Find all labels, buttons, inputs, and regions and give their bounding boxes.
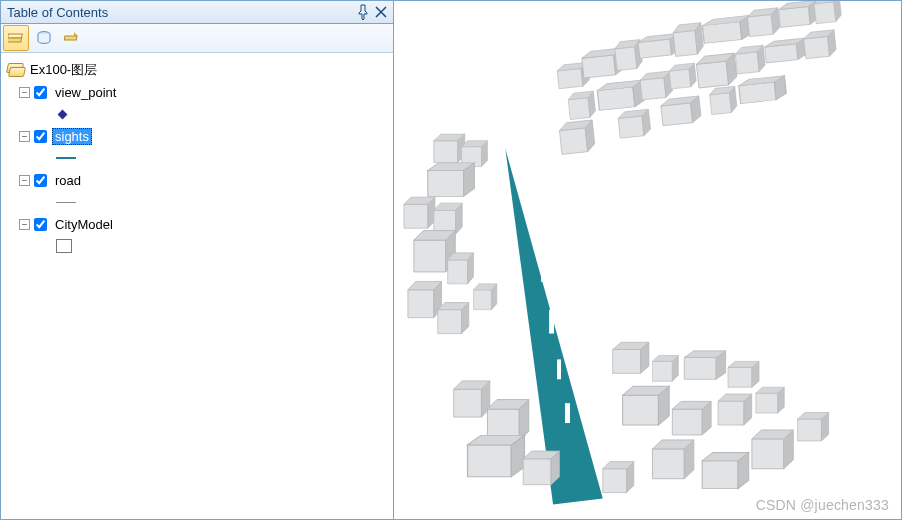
- layer-row[interactable]: − CityModel: [5, 213, 389, 235]
- scene-3d: [394, 1, 901, 519]
- svg-rect-8: [533, 220, 538, 238]
- layer-label[interactable]: sights: [52, 128, 92, 145]
- layer-row[interactable]: − sights: [5, 125, 389, 147]
- group-row[interactable]: Ex100-图层: [5, 59, 389, 81]
- map-view[interactable]: CSDN @juechen333: [394, 1, 901, 519]
- toc-panel: Table of Contents Ex100-图层: [1, 1, 394, 519]
- symbol-row: [5, 103, 389, 125]
- layer-label[interactable]: CityModel: [52, 216, 116, 233]
- point-symbol-icon: [58, 109, 68, 119]
- layer-row[interactable]: − road: [5, 169, 389, 191]
- collapse-icon[interactable]: −: [19, 175, 30, 186]
- layer-label[interactable]: road: [52, 172, 84, 189]
- symbol-row: [5, 147, 389, 169]
- layer-checkbox[interactable]: [34, 218, 47, 231]
- pin-icon[interactable]: [355, 4, 371, 20]
- collapse-icon[interactable]: −: [19, 87, 30, 98]
- list-by-drawing-order-button[interactable]: [3, 25, 29, 51]
- group-label[interactable]: Ex100-图层: [27, 60, 100, 80]
- layer-tree[interactable]: Ex100-图层 − view_point − sights: [1, 53, 393, 519]
- symbol-row: [5, 235, 389, 257]
- collapse-icon[interactable]: −: [19, 131, 30, 142]
- svg-rect-3: [64, 36, 77, 40]
- svg-rect-11: [557, 359, 561, 379]
- app-window: Table of Contents Ex100-图层: [0, 0, 902, 520]
- svg-rect-9: [541, 260, 545, 282]
- layer-checkbox[interactable]: [34, 130, 47, 143]
- layer-checkbox[interactable]: [34, 174, 47, 187]
- symbol-row: [5, 191, 389, 213]
- svg-rect-10: [549, 310, 554, 334]
- line-symbol-icon: [56, 202, 76, 203]
- close-icon[interactable]: [373, 4, 389, 20]
- layer-label[interactable]: view_point: [52, 84, 119, 101]
- toc-toolbar: [1, 24, 393, 53]
- svg-rect-1: [8, 38, 22, 42]
- svg-rect-12: [565, 403, 570, 423]
- group-layers-icon: [7, 63, 23, 77]
- toc-header: Table of Contents: [1, 1, 393, 24]
- list-by-source-button[interactable]: [31, 25, 57, 51]
- toc-title: Table of Contents: [5, 5, 353, 20]
- polygon-symbol-icon: [56, 239, 72, 253]
- collapse-icon[interactable]: −: [19, 219, 30, 230]
- layer-row[interactable]: − view_point: [5, 81, 389, 103]
- layer-checkbox[interactable]: [34, 86, 47, 99]
- line-symbol-icon: [56, 157, 76, 159]
- list-by-selection-button[interactable]: [59, 25, 85, 51]
- svg-rect-0: [8, 34, 22, 38]
